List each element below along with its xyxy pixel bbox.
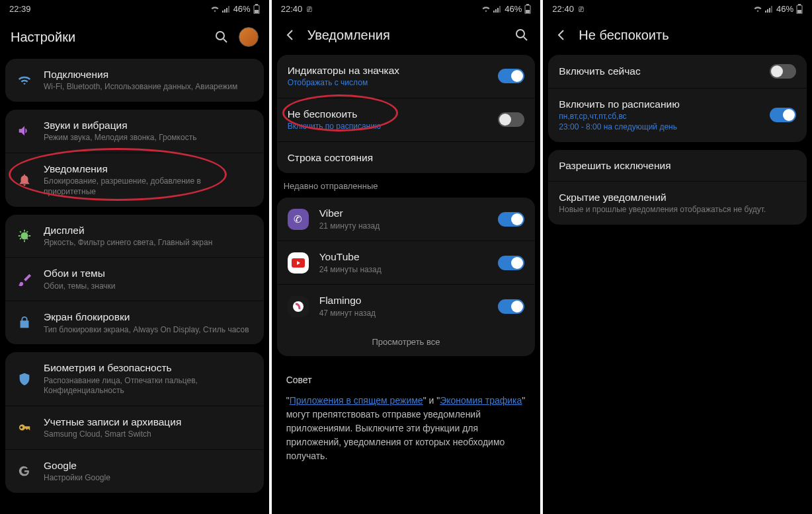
row-text: Строка состояния <box>288 151 525 164</box>
content: ПодключенияWi-Fi, Bluetooth, Использован… <box>0 59 269 514</box>
toggle[interactable] <box>498 112 524 127</box>
settings-row[interactable]: Разрешить исключения <box>548 150 807 181</box>
svg-point-7 <box>216 32 224 40</box>
settings-row[interactable]: Включить по расписаниюпн,вт,ср,чт,пт,сб,… <box>548 88 807 142</box>
row-subtitle: Тип блокировки экрана, Always On Display… <box>44 325 253 336</box>
avatar[interactable] <box>239 27 259 47</box>
row-subtitle: Распознавание лица, Отпечатки пальцев, К… <box>44 376 253 396</box>
settings-row[interactable]: Учетные записи и архивацияSamsung Cloud,… <box>5 406 264 449</box>
row-title: Разрешить исключения <box>559 159 796 172</box>
settings-group: ПодключенияWi-Fi, Bluetooth, Использован… <box>5 59 264 102</box>
settings-group: ✆ Viber21 минуту назад YouTube24 минуты … <box>277 198 536 356</box>
row-title: Обои и темы <box>44 267 253 279</box>
settings-group: Разрешить исключения Скрытие уведомлений… <box>548 150 807 225</box>
google-icon <box>16 462 33 480</box>
speaker-icon <box>16 122 33 139</box>
content: Включить сейчас Включить по расписаниюпн… <box>543 55 812 514</box>
row-title: YouTube <box>319 250 488 263</box>
toggle[interactable] <box>498 69 524 83</box>
settings-row[interactable]: ✆ Viber21 минуту назад <box>277 198 536 240</box>
search-icon[interactable] <box>514 27 530 43</box>
content: Индикаторы на значкахОтображать с числом… <box>272 55 541 514</box>
key-icon <box>16 419 33 436</box>
tip-body: "Приложения в спящем режиме" и "Экономия… <box>286 394 526 463</box>
settings-group: Звуки и вибрацияРежим звука, Мелодия зво… <box>5 110 264 207</box>
row-subtitle: Wi-Fi, Bluetooth, Использование данных, … <box>44 82 253 92</box>
page-title: Не беспокоить <box>579 28 801 43</box>
toggle[interactable] <box>498 256 524 270</box>
app-icon-viber: ✆ <box>288 209 309 230</box>
svg-rect-22 <box>771 6 772 13</box>
settings-row[interactable]: Звуки и вибрацияРежим звука, Мелодия зво… <box>5 110 264 153</box>
settings-row[interactable]: ДисплейЯркость, Фильтр синего света, Гла… <box>5 215 264 258</box>
battery-percent: 46% <box>776 4 793 14</box>
settings-row[interactable]: Биометрия и безопасностьРаспознавание ли… <box>5 352 264 406</box>
settings-row[interactable]: Экран блокировкиТип блокировки экрана, A… <box>5 301 264 344</box>
settings-group: Включить сейчас Включить по расписаниюпн… <box>548 55 807 142</box>
clock: 22:40 ⎚ <box>281 4 313 14</box>
row-title: Индикаторы на значках <box>288 64 488 77</box>
settings-row[interactable]: YouTube24 минуты назад <box>277 240 536 284</box>
settings-row[interactable]: Обои и темыОбои, темы, значки <box>5 257 264 301</box>
svg-rect-11 <box>497 8 499 13</box>
row-text: Индикаторы на значкахОтображать с числом <box>288 64 488 89</box>
row-title: Viber <box>319 207 488 219</box>
row-subtitle: Отображать с числом <box>288 78 488 89</box>
row-title: Скрытие уведомлений <box>559 191 796 203</box>
svg-rect-9 <box>493 11 495 13</box>
settings-row[interactable]: GoogleНастройки Google <box>5 449 264 493</box>
toggle[interactable] <box>770 64 796 79</box>
tip-link-2[interactable]: Экономия трафика <box>440 395 522 406</box>
row-text: ПодключенияWi-Fi, Bluetooth, Использован… <box>44 68 253 92</box>
row-text: Экран блокировкиТип блокировки экрана, A… <box>44 311 253 335</box>
phone-screen-2: 22:40 ⎚ 46%Уведомления Индикаторы на зна… <box>272 0 541 514</box>
settings-row[interactable]: Включить сейчас <box>548 55 807 88</box>
status-icons <box>481 5 502 13</box>
settings-row[interactable]: ПодключенияWi-Fi, Bluetooth, Использован… <box>5 59 264 102</box>
row-subtitle: пн,вт,ср,чт,пт,сб,вс23:00 - 8:00 на след… <box>559 112 759 132</box>
settings-row[interactable]: Скрытие уведомленийНовые и прошлые уведо… <box>548 181 807 225</box>
row-title: Дисплей <box>44 224 253 237</box>
svg-rect-10 <box>495 9 497 13</box>
back-icon[interactable] <box>553 27 569 43</box>
settings-row[interactable]: Строка состояния <box>277 141 536 173</box>
tip-heading: Совет <box>286 373 526 387</box>
toggle[interactable] <box>770 108 796 122</box>
tip-section: Совет "Приложения в спящем режиме" и "Эк… <box>272 364 541 472</box>
view-all-button[interactable]: Просмотреть все <box>277 328 536 356</box>
svg-point-16 <box>516 30 524 38</box>
row-text: Обои и темыОбои, темы, значки <box>44 267 253 291</box>
back-icon[interactable] <box>282 27 298 43</box>
settings-row[interactable]: УведомленияБлокирование, разрешение, доб… <box>5 153 264 207</box>
row-text: Не беспокоитьВключить по расписанию <box>288 108 488 132</box>
svg-rect-12 <box>499 6 501 13</box>
row-title: Включить по расписанию <box>559 98 759 110</box>
clock: 22:39 <box>9 4 31 14</box>
row-text: ДисплейЯркость, Фильтр синего света, Гла… <box>44 224 253 248</box>
row-title: Включить сейчас <box>559 65 759 77</box>
settings-row[interactable]: Flamingo47 минут назад <box>277 284 536 328</box>
sun-icon <box>16 227 33 244</box>
settings-group: Биометрия и безопасностьРаспознавание ли… <box>5 352 264 493</box>
phone-screen-3: 22:40 ⎚ 46%Не беспокоить Включить сейчас… <box>543 0 812 514</box>
row-text: GoogleНастройки Google <box>44 459 253 484</box>
tip-link-1[interactable]: Приложения в спящем режиме <box>290 395 423 406</box>
settings-group: ДисплейЯркость, Фильтр синего света, Гла… <box>5 215 264 345</box>
settings-row[interactable]: Индикаторы на значкахОтображать с числом <box>277 55 536 98</box>
row-subtitle: Блокирование, разрешение, добавление в п… <box>44 176 253 197</box>
toggle[interactable] <box>498 299 524 314</box>
bell-icon <box>16 171 33 188</box>
row-title: Учетные записи и архивация <box>44 416 253 428</box>
svg-rect-20 <box>767 9 768 13</box>
row-subtitle: 24 минуты назад <box>319 265 488 275</box>
status-bar: 22:39 46% <box>0 0 269 18</box>
settings-row[interactable]: Не беспокоитьВключить по расписанию <box>277 98 536 141</box>
toggle[interactable] <box>498 212 524 227</box>
page-title: Уведомления <box>307 28 505 43</box>
row-text: Включить по расписаниюпн,вт,ср,чт,пт,сб,… <box>559 98 759 133</box>
row-title: Строка состояния <box>288 151 525 164</box>
search-icon[interactable] <box>214 29 229 45</box>
svg-rect-0 <box>222 11 223 13</box>
svg-rect-19 <box>765 11 766 13</box>
wifi-icon <box>16 71 33 89</box>
